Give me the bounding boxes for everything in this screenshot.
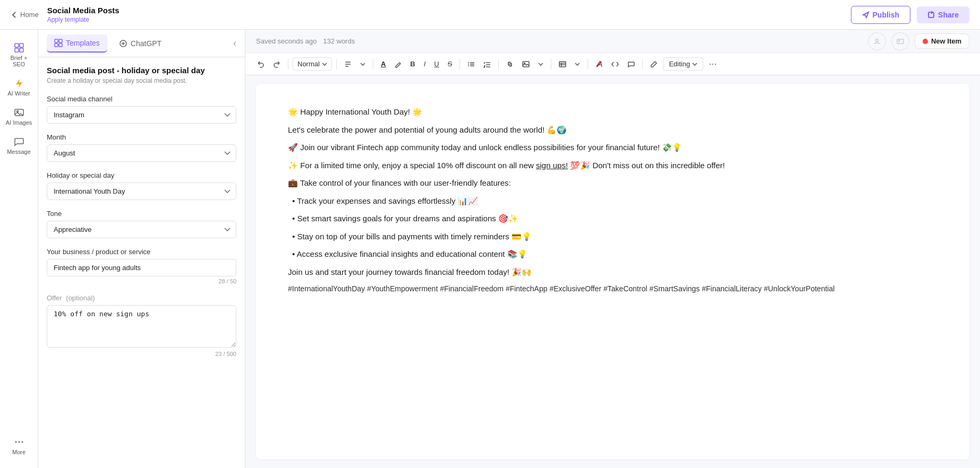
tone-select[interactable]: Appreciative [47,221,236,238]
more-options-button[interactable]: ··· [705,56,720,72]
table-dropdown-button[interactable] [572,60,583,68]
underline-button[interactable]: U [431,58,442,70]
svg-rect-2 [15,48,19,52]
ordered-list-button[interactable] [480,58,494,70]
code-button[interactable] [608,58,622,70]
content-line-6: Join us and start your journey towards f… [288,265,938,279]
comment-icon [627,60,635,68]
editor-meta: Saved seconds ago 132 words [256,37,355,45]
svg-rect-12 [59,44,62,47]
toolbar-divider-7 [587,59,588,70]
sidebar-label-ai-images: AI Images [6,119,32,126]
templates-icon [54,39,63,47]
new-item-button[interactable]: New Item [915,33,969,49]
panel-tabs: Templates ChatGPT ‹ [38,30,245,57]
image-toolbar-button[interactable] [519,58,533,70]
home-button[interactable]: Home [11,11,39,19]
table-button[interactable] [556,58,569,70]
offer-textarea[interactable]: 10% off on new sign ups [47,305,236,348]
panel-section-title: Social media post - holiday or special d… [47,66,236,75]
tab-templates[interactable]: Templates [47,34,107,53]
panel: Templates ChatGPT ‹ Social media post - … [38,30,245,468]
svg-point-8 [21,441,23,443]
format-select[interactable]: Normal [293,57,332,71]
svg-rect-3 [20,48,23,52]
toolbar-divider-3 [373,59,373,70]
offer-label: Offer (optional) [47,294,236,302]
image-dropdown-icon [538,63,543,66]
word-count: 132 words [323,37,355,45]
clear-format-icon [595,60,603,68]
editor-topbar: Saved seconds ago 132 words New Item [245,30,980,53]
month-select[interactable]: August [47,144,236,162]
strikethrough-button[interactable]: S [445,58,456,70]
sidebar-label-message: Message [7,149,31,155]
sidebar-item-message[interactable]: Message [3,132,36,159]
editor-content[interactable]: 🌟 Happy International Youth Day! 🌟 Let's… [256,84,969,460]
share-button[interactable]: Share [917,6,969,23]
topbar-left: Home Social Media Posts Apply template [11,6,120,23]
panel-collapse-button[interactable]: ‹ [233,38,236,49]
tab-chatgpt[interactable]: ChatGPT [112,35,169,52]
svg-point-17 [468,62,469,63]
link-button[interactable] [503,58,517,70]
holiday-group: Holiday or special day International You… [47,171,236,200]
sidebar-item-brief-seo[interactable]: Brief + SEO [3,38,36,72]
business-group: Your business / product or service 28 / … [47,248,236,284]
svg-rect-9 [55,39,58,42]
sidebar-label-more: More [12,449,25,455]
ordered-list-icon [483,60,491,68]
redo-icon [273,60,280,68]
sidebar-label-brief-seo: Brief + SEO [6,55,32,67]
clear-format-button[interactable] [592,58,606,70]
editor-actions: New Item [868,32,969,50]
image-small-icon [897,38,904,45]
editor-toolbar: Normal A B I U S [245,53,980,75]
undo-button[interactable] [254,58,268,70]
bullet-1: • Track your expenses and savings effort… [288,194,938,208]
comment-button[interactable] [624,58,638,70]
sidebar-item-ai-writer[interactable]: AI Writer [3,74,36,101]
image-dropdown-button[interactable] [535,60,547,68]
signup-link[interactable]: sign ups! [536,161,568,170]
svg-rect-22 [559,62,566,67]
svg-rect-15 [897,39,904,44]
align-dropdown-button[interactable] [357,60,369,68]
publish-button[interactable]: Publish [851,6,911,24]
bullet-list-button[interactable] [464,58,478,70]
sidebar-item-ai-images[interactable]: AI Images [3,103,36,130]
topbar: Home Social Media Posts Apply template P… [0,0,980,30]
offer-group: Offer (optional) 10% off on new sign ups… [47,294,236,357]
business-input[interactable] [47,259,236,276]
code-icon [611,60,619,68]
holiday-select[interactable]: International Youth Day [47,183,236,200]
apply-template-link[interactable]: Apply template [47,16,120,23]
social-media-channel-label: Social media channel [47,95,236,103]
redo-button[interactable] [270,58,284,70]
icon-sidebar: Brief + SEO AI Writer AI Images Message [0,30,38,468]
table-icon [559,60,566,68]
image-toolbar-icon [522,60,530,68]
bold-button[interactable]: B [407,58,418,70]
pencil-icon [650,60,658,68]
link-icon [506,60,514,68]
main-layout: Brief + SEO AI Writer AI Images Message [0,30,980,468]
publish-icon [862,11,870,19]
month-label: Month [47,133,236,141]
chat-icon [14,136,24,147]
pencil-button[interactable] [647,58,661,70]
align-button[interactable] [341,58,355,70]
text-color-button[interactable]: A [378,58,389,70]
content-line-4: ✨ For a limited time only, enjoy a speci… [288,159,938,172]
content-line-1: 🌟 Happy International Youth Day! 🌟 [288,105,938,119]
avatar-button-2[interactable] [891,32,909,50]
avatar-button-1[interactable] [868,32,886,50]
highlight-button[interactable] [391,58,405,70]
sidebar-item-more[interactable]: More [3,432,36,460]
italic-button[interactable]: I [421,58,429,70]
social-media-channel-select[interactable]: Instagram [47,106,236,124]
hashtags: #InternationalYouthDay #YouthEmpowerment… [288,283,938,294]
editing-mode-selector[interactable]: Editing [663,57,703,71]
toolbar-divider-2 [336,59,337,70]
social-media-channel-group: Social media channel Instagram [47,95,236,124]
